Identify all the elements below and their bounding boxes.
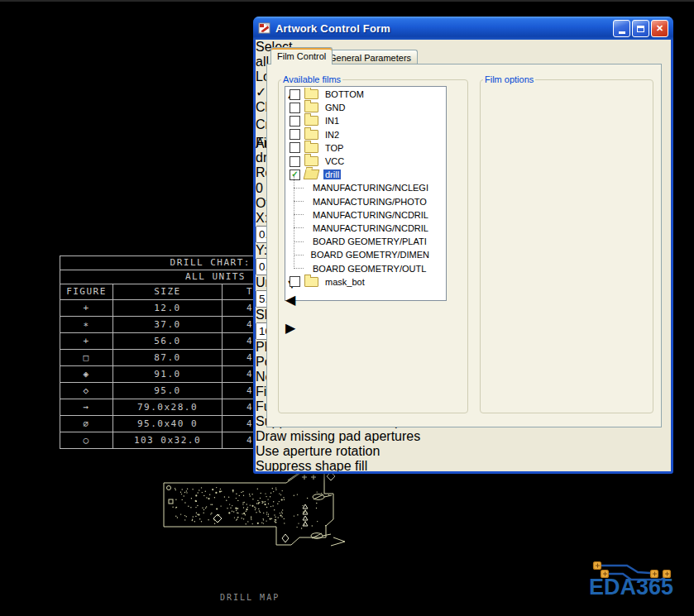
checkbox-unchecked[interactable] <box>290 89 300 100</box>
t-value: 4 <box>223 383 256 399</box>
tree-item-film[interactable]: BOARD GEOMETRY/DIMEN <box>286 248 431 261</box>
tree-item-label: BOTTOM <box>323 89 366 99</box>
size-value: 91.0 <box>113 366 223 382</box>
horizontal-scroll-thumb[interactable] <box>285 308 388 320</box>
size-value: 103 0x32.0 <box>113 432 223 448</box>
screen-top-line <box>0 0 694 2</box>
checkbox-unchecked[interactable] <box>290 142 300 153</box>
t-value: 4 <box>223 416 256 432</box>
tree-branch-line <box>294 227 304 228</box>
tree-item-bottom[interactable]: BOTTOM <box>286 88 431 101</box>
scroll-left-button[interactable]: ◀ <box>285 292 446 308</box>
tree-item-film[interactable]: MANUFACTURING/NCLEGI <box>286 181 431 194</box>
drill-chart-subtitle: ALL UNITS <box>60 270 256 284</box>
tree-branch-line <box>294 201 304 202</box>
t-value: 4 <box>223 350 256 365</box>
tree-item-label: MANUFACTURING/NCDRIL <box>311 210 430 220</box>
film-options-group <box>480 79 653 413</box>
film-layer-icon <box>304 251 309 258</box>
drill-chart-table: DRILL CHART: ALL UNITS FIGURE SIZE T +12… <box>60 255 256 449</box>
use-aperture-rotation-label: Use aperture rotation <box>256 444 671 459</box>
pcb-board-drawing <box>157 463 356 562</box>
tree-branch-line <box>294 268 304 269</box>
checkbox-unchecked[interactable] <box>290 103 300 113</box>
checkbox-unchecked[interactable] <box>290 129 300 140</box>
checkbox-unchecked[interactable] <box>290 276 300 287</box>
table-row: +12.04 <box>60 300 256 317</box>
drill-chart-title: DRILL CHART: <box>60 256 256 270</box>
tab-film-control[interactable]: Film Control <box>270 47 333 64</box>
tree-item-film[interactable]: BOARD GEOMETRY/PLATI <box>286 235 431 248</box>
tree-item-label: MANUFACTURING/NCLEGI <box>311 183 430 193</box>
tree-item-vcc[interactable]: VCC <box>286 155 431 168</box>
table-row: ◈91.04 <box>60 366 256 383</box>
minimize-button[interactable] <box>613 20 630 37</box>
tree-item-film[interactable]: BOARD GEOMETRY/OUTL <box>286 261 431 275</box>
tree-item-film[interactable]: MANUFACTURING/NCDRIL <box>286 208 431 222</box>
film-layer-icon <box>304 212 310 218</box>
tree-branch-line <box>294 214 304 215</box>
folder-icon <box>304 143 318 153</box>
logo-text: EDA365 <box>589 574 673 601</box>
tree-branch-line <box>294 188 304 189</box>
figure-symbol: + <box>60 300 113 316</box>
folder-icon <box>304 103 318 112</box>
t-value: 4 <box>223 300 256 316</box>
close-button[interactable]: ✕ <box>651 20 668 37</box>
tree-branch-line <box>294 255 304 255</box>
horizontal-scrollbar[interactable]: ◀ ▶ <box>285 292 446 336</box>
films-tree-listbox[interactable]: BOTTOM GND IN1 IN2 TOP VCC ✓drill MANUFA… <box>285 86 447 301</box>
figure-symbol: → <box>60 399 113 415</box>
t-value: 4 <box>223 366 256 382</box>
figure-symbol: ⌀ <box>60 416 113 432</box>
figure-symbol: □ <box>60 350 113 365</box>
suppress-shape-fill-label: Suppress shape fill <box>256 459 671 471</box>
tree-item-drill[interactable]: ✓drill <box>286 168 431 181</box>
size-value: 95.0 <box>113 383 223 399</box>
drill-map-label: DRILL MAP <box>220 593 280 602</box>
checkbox-unchecked[interactable] <box>290 156 300 167</box>
col-header-size: SIZE <box>113 284 223 299</box>
eda365-logo: EDA365 <box>583 549 687 609</box>
folder-icon <box>304 116 318 126</box>
tab-general-parameters[interactable]: General Parameters <box>323 50 418 64</box>
tree-item-film[interactable]: MANUFACTURING/NCDRIL <box>286 222 431 235</box>
drill-chart-header-row: FIGURE SIZE T <box>60 284 256 300</box>
film-options-group-label: Film options <box>483 74 535 84</box>
checkbox-checked[interactable]: ✓ <box>290 170 300 180</box>
tree-item-label: BOARD GEOMETRY/PLATI <box>311 236 428 246</box>
tree-item-film[interactable]: MANUFACTURING/PHOTO <box>286 195 431 208</box>
dialog-body: Film Control General Parameters Availabl… <box>256 40 671 471</box>
folder-icon <box>304 156 318 166</box>
tree-item-label: GND <box>323 103 347 112</box>
tree-item-label: TOP <box>323 143 345 153</box>
size-value: 12.0 <box>113 300 223 316</box>
tree-item-gnd[interactable]: GND <box>286 101 431 114</box>
dialog-titlebar[interactable]: Artwork Control Form ✕ <box>253 17 673 40</box>
minimize-icon <box>619 31 625 34</box>
t-value: 4 <box>223 399 256 415</box>
tree-item-in2[interactable]: IN2 <box>286 128 431 141</box>
tree-item-label: BOARD GEOMETRY/OUTL <box>311 264 428 274</box>
cad-viewport: DRILL CHART: ALL UNITS FIGURE SIZE T +12… <box>0 0 694 616</box>
tree-item-in1[interactable]: IN1 <box>286 114 431 127</box>
t-value: 4 <box>223 317 256 332</box>
scroll-right-button[interactable]: ▶ <box>285 320 446 336</box>
dialog-title: Artwork Control Form <box>275 22 390 35</box>
maximize-button[interactable] <box>632 20 649 37</box>
table-row: ○103 0x32.04 <box>60 432 256 448</box>
figure-symbol: ◇ <box>60 383 113 399</box>
tree-item-label: IN1 <box>323 116 341 126</box>
col-header-figure: FIGURE <box>60 284 113 299</box>
figure-symbol: ○ <box>60 432 113 448</box>
table-row: ∗37.04 <box>60 317 256 333</box>
t-value: 4 <box>223 333 256 349</box>
figure-symbol: ◈ <box>60 366 113 382</box>
film-layer-icon <box>304 198 310 205</box>
tree-item-mask-bot[interactable]: mask_bot <box>286 275 431 287</box>
checkbox-unchecked[interactable] <box>290 116 300 127</box>
rotation-value: 0 <box>256 181 263 195</box>
tree-item-top[interactable]: TOP <box>286 141 431 155</box>
artwork-control-form-dialog: Artwork Control Form ✕ Film Control Gene… <box>253 17 673 474</box>
t-value: 4 <box>223 432 256 448</box>
